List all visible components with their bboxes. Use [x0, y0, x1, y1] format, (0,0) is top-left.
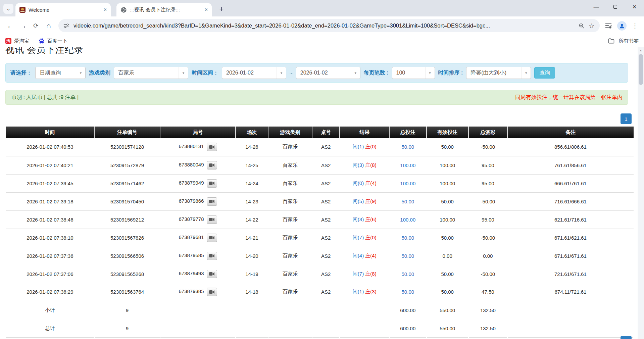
zoom-icon[interactable]: [579, 23, 585, 29]
reload-button[interactable]: ⟳: [30, 19, 42, 32]
cell-payout: 95.00: [468, 210, 507, 229]
chevron-down-icon: ⌄: [6, 6, 11, 12]
minimize-button[interactable]: —: [587, 0, 606, 14]
cell-time: 2026-01-02 07:40:21: [6, 156, 94, 174]
select-arrow-icon: ▾: [277, 67, 286, 79]
video-replay-button[interactable]: [207, 215, 217, 224]
video-replay-button[interactable]: [207, 270, 217, 278]
back-button[interactable]: ←: [4, 19, 17, 32]
tab-welcome[interactable]: Welcome ×: [15, 3, 111, 16]
address-bar[interactable]: videoie.com/game/betrecord_search/kind3?…: [58, 19, 600, 32]
sort-select[interactable]: 降幂(由大到小) ▾: [466, 67, 531, 79]
result-banker: 庄(8): [365, 271, 376, 277]
cell-round: 673879585: [160, 247, 236, 265]
video-replay-button[interactable]: [207, 234, 217, 242]
search-button[interactable]: 查询: [534, 67, 555, 79]
cell-table: AS2: [312, 210, 340, 229]
vertical-scrollbar[interactable]: ▲: [638, 47, 644, 339]
cell-result: 闲(5) 庄(9): [340, 192, 389, 210]
all-bookmarks[interactable]: 所有书签: [604, 37, 639, 45]
profile-avatar[interactable]: [617, 21, 627, 31]
tab-betrecord[interactable]: :::视讯 会员下注纪录::: ×: [116, 3, 212, 16]
bottom-page-1-button[interactable]: [621, 336, 632, 339]
tab-search-button[interactable]: ⌄: [3, 4, 13, 14]
cell-session: 14-19: [236, 265, 268, 283]
query-type-select[interactable]: 日期查询 ▾: [35, 67, 86, 79]
menu-dots-icon[interactable]: ⋮: [632, 22, 638, 30]
cell-payout: 47.50: [468, 283, 507, 301]
bookmark-star-icon[interactable]: ☆: [589, 22, 595, 30]
cell-valid-bet: 50.00: [427, 192, 468, 210]
tab-close-icon[interactable]: ×: [104, 7, 107, 12]
total-bet-link[interactable]: 100.00: [400, 162, 415, 168]
total-bet-link[interactable]: 50.00: [402, 235, 414, 241]
scroll-up-arrow-icon[interactable]: ▲: [638, 47, 644, 53]
bookmark-taobao[interactable]: 淘 爱淘宝: [5, 38, 29, 44]
query-type-value: 日期查询: [36, 69, 76, 77]
date-end-select[interactable]: 2026-01-02 ▾: [296, 67, 360, 79]
select-arrow-icon: ▾: [179, 67, 188, 79]
maximize-button[interactable]: [606, 0, 625, 14]
date-range-label: 时间区间：: [192, 69, 218, 77]
video-camera-icon: [209, 163, 214, 167]
close-window-button[interactable]: ×: [625, 0, 644, 14]
total-bet-link[interactable]: 50.00: [402, 271, 414, 277]
cell-session: 14-22: [236, 210, 268, 229]
new-tab-button[interactable]: +: [216, 4, 227, 14]
video-replay-button[interactable]: [207, 288, 217, 296]
cell-result: 闲(7) 庄(8): [340, 265, 389, 283]
site-settings-icon[interactable]: [63, 23, 69, 29]
welcome-favicon: [19, 7, 26, 13]
date-start-value: 2026-01-02: [222, 70, 277, 76]
total-bet-link[interactable]: 100.00: [400, 217, 415, 223]
all-bookmarks-label: 所有书签: [618, 38, 639, 44]
tab-title: Welcome: [29, 7, 101, 13]
date-start-select[interactable]: 2026-01-02 ▾: [222, 67, 286, 79]
cell-result: 闲(1) 庄(3): [340, 283, 389, 301]
forward-button[interactable]: →: [17, 19, 30, 32]
scrollbar-thumb[interactable]: [639, 54, 643, 85]
bookmark-baidu[interactable]: 百度一下: [39, 38, 67, 44]
per-page-select[interactable]: 100 ▾: [392, 67, 435, 79]
url-text[interactable]: videoie.com/game/betrecord_search/kind3?…: [73, 22, 575, 29]
cell-valid-bet: 50.00: [427, 229, 468, 247]
bookmark-label: 爱淘宝: [14, 38, 29, 44]
video-replay-button[interactable]: [207, 161, 217, 170]
cell-table: AS2: [312, 247, 340, 265]
table-header-row: 时间 注单编号 局号 场次 游戏类别 桌号 结果 总投注 有效投注 总派彩 备注: [6, 127, 634, 138]
header-payout: 总派彩: [468, 127, 507, 138]
cell-total-bet: 100.00: [389, 174, 426, 192]
table-row: 2026-01-02 07:38:46 523091569212 6738797…: [6, 210, 634, 229]
video-replay-button[interactable]: [207, 197, 217, 206]
video-replay-button[interactable]: [207, 179, 217, 188]
cell-game: 百家乐: [268, 283, 312, 301]
table-row: 2026-01-02 07:39:45 523091571462 6738799…: [6, 174, 634, 192]
tab-close-icon[interactable]: ×: [205, 7, 208, 12]
total-bet-link[interactable]: 50.00: [402, 289, 414, 295]
cell-bet-id: 523091571462: [94, 174, 160, 192]
total-total-bet: 600.00: [389, 319, 426, 337]
header-table: 桌号: [312, 127, 340, 138]
total-bet-link[interactable]: 100.00: [400, 181, 415, 186]
result-player: 闲(5): [353, 198, 364, 204]
cell-total-bet: 50.00: [389, 247, 426, 265]
person-icon: [619, 23, 625, 29]
total-valid-bet: 550.00: [427, 319, 468, 337]
media-controls-icon[interactable]: [605, 23, 612, 29]
sort-label: 时间排序 :: [438, 69, 463, 77]
home-button[interactable]: ⌂: [42, 19, 55, 32]
total-count: 9: [94, 319, 160, 337]
video-replay-button[interactable]: [207, 252, 217, 260]
total-bet-link[interactable]: 50.00: [402, 253, 414, 259]
cell-table: AS2: [312, 192, 340, 210]
cell-round: 673879385: [160, 283, 236, 301]
header-round: 局号: [160, 127, 236, 138]
cell-result: 闲(7) 庄(0): [340, 229, 389, 247]
total-bet-link[interactable]: 50.00: [402, 199, 414, 204]
page-1-button[interactable]: 1: [621, 113, 632, 124]
total-bet-link[interactable]: 50.00: [402, 144, 414, 150]
cell-payout: -50.00: [468, 265, 507, 283]
summary-bar: 币别 : 人民币 | 总共 :9 注单 | 同局有效投注，统一计算在该局第一张注…: [5, 90, 628, 105]
game-kind-select[interactable]: 百家乐 ▾: [114, 67, 188, 79]
video-replay-button[interactable]: [207, 143, 217, 151]
